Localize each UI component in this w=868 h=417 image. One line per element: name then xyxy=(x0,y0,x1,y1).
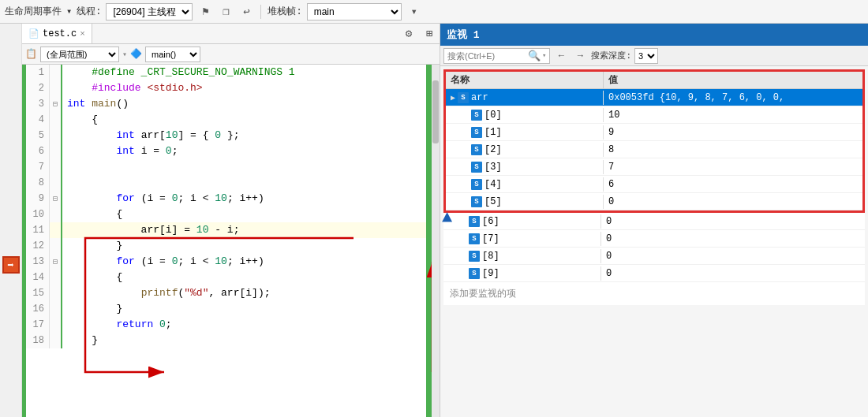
watch-row-3[interactable]: S ​[3] 7 xyxy=(446,158,862,176)
blue-arrow-up: ▲ xyxy=(442,208,452,228)
item-value-0: 10 xyxy=(604,108,862,122)
divider xyxy=(260,5,261,19)
watch-row-1[interactable]: S ​[1] 9 xyxy=(446,124,862,141)
item-value-5: 0 xyxy=(604,195,862,209)
stack-label: 堆栈帧: xyxy=(268,5,301,18)
dropdown-arrow[interactable]: ▾ xyxy=(66,6,72,17)
watch-row-4[interactable]: S ​[4] 6 xyxy=(446,176,862,193)
watch-row-8[interactable]: S ​[8] 0 xyxy=(443,248,865,265)
item-name-7: S ​[7] xyxy=(443,232,601,246)
line-number: 6 xyxy=(26,143,50,159)
item-name-5: S ​[5] xyxy=(446,195,604,209)
depth-select[interactable]: 3 xyxy=(634,48,658,64)
code-content[interactable]: 1 #define _CRT_SECURE_NO_WARNINGS 1 2 #i… xyxy=(22,65,440,417)
line-number: 2 xyxy=(26,80,50,96)
var-icon: S xyxy=(458,92,469,103)
watch-row-6[interactable]: S ​[6] 0 xyxy=(443,213,865,230)
code-tabs: 📄 test.c × ⚙ ⊞ xyxy=(22,24,440,44)
item-label-0: ​[0] xyxy=(485,110,502,121)
tab-close[interactable]: × xyxy=(80,29,85,39)
col-name: 名称 xyxy=(446,72,604,88)
var-icon: S xyxy=(471,127,482,138)
scope-select[interactable]: (全局范围) xyxy=(40,47,119,62)
settings-icon[interactable]: ⚙ xyxy=(398,24,419,44)
watch-title: 监视 1 xyxy=(447,28,480,42)
line-number: 3 xyxy=(26,96,50,112)
line-code: printf("%d", arr[i]); xyxy=(62,285,426,301)
item-label-2: ​[2] xyxy=(485,144,502,155)
nav-forward-btn[interactable]: → xyxy=(572,48,588,64)
line-gutter xyxy=(50,159,62,175)
code-line: 12 } xyxy=(26,238,426,254)
watch-row-9[interactable]: S ​[9] 0 xyxy=(443,265,865,282)
line-gutter xyxy=(50,333,62,348)
line-number: 15 xyxy=(26,285,50,301)
line-gutter-expand[interactable]: ⊟ xyxy=(50,254,62,270)
search-icon[interactable]: 🔍 xyxy=(528,50,541,62)
expand-icon[interactable]: ⊞ xyxy=(419,24,440,44)
search-input[interactable] xyxy=(447,51,526,61)
scrollbar-thumb[interactable] xyxy=(432,80,439,143)
line-code: #define _CRT_SECURE_NO_WARNINGS 1 xyxy=(62,65,426,80)
line-number: 7 xyxy=(26,159,50,175)
code-line: 1 #define _CRT_SECURE_NO_WARNINGS 1 xyxy=(26,65,426,80)
line-code xyxy=(62,159,426,175)
watch-row-0[interactable]: S ​[0] 10 xyxy=(446,106,862,124)
var-icon: S xyxy=(471,179,482,190)
nav-back-btn[interactable]: ← xyxy=(553,48,569,64)
v-scrollbar[interactable] xyxy=(432,65,440,417)
thread-label: 线程: xyxy=(77,5,101,18)
code-line: 5 int arr[10] = { 0 }; xyxy=(26,128,426,143)
thread-select[interactable]: [26904] 主线程 xyxy=(106,3,193,20)
line-gutter xyxy=(50,80,62,96)
item-value-2: 8 xyxy=(604,143,862,157)
copy-icon[interactable]: ❐ xyxy=(218,4,234,20)
watch-toolbar: 🔍 ▾ ← → 搜索深度: 3 xyxy=(440,46,868,66)
code-right-bar xyxy=(426,65,432,417)
code-line: 6 int i = 0; xyxy=(26,143,426,159)
arrow-indicator: ➡ xyxy=(2,256,20,274)
expand-arrow[interactable]: ▶ xyxy=(451,93,455,102)
item-name-1: S ​[1] xyxy=(446,125,604,140)
item-label-6: ​[6] xyxy=(482,216,499,227)
watch-row-2[interactable]: S ​[2] 8 xyxy=(446,141,862,158)
search-dropdown[interactable]: ▾ xyxy=(542,51,546,60)
line-gutter xyxy=(50,128,62,143)
item-label-7: ​[7] xyxy=(482,233,499,244)
item-name-6: S ​[6] xyxy=(443,214,601,229)
item-value-6: 0 xyxy=(601,214,865,229)
line-gutter xyxy=(50,301,62,317)
func-select[interactable]: main() xyxy=(145,47,200,62)
undo-icon[interactable]: ↩ xyxy=(238,4,254,20)
line-code: } xyxy=(62,301,426,317)
watch-row-arr[interactable]: ▶ S arr 0x0053fd {10, 9, 8, 7, 6, 0, 0, xyxy=(446,89,862,106)
line-code: arr[i] = 10 - i; xyxy=(62,222,426,238)
code-line: 14 { xyxy=(26,270,426,285)
line-code: } xyxy=(62,238,426,254)
line-code: int i = 0; xyxy=(62,143,426,159)
var-icon: S xyxy=(469,251,480,262)
item-value-4: 6 xyxy=(604,177,862,192)
code-tab-test[interactable]: 📄 test.c × xyxy=(22,24,92,43)
code-line: 15 printf("%d", arr[i]); xyxy=(26,285,426,301)
flag-icon[interactable]: ⚑ xyxy=(197,4,213,20)
item-name-8: S ​[8] xyxy=(443,249,601,263)
watch-row-5[interactable]: S ​[5] 0 xyxy=(446,193,862,210)
code-line: 13 ⊟ for (i = 0; i < 10; i++) xyxy=(26,254,426,270)
var-icon: S xyxy=(469,233,480,244)
line-gutter xyxy=(50,207,62,222)
line-gutter xyxy=(50,238,62,254)
code-line: 16 } xyxy=(26,301,426,317)
watch-row-7[interactable]: S ​[7] 0 xyxy=(443,230,865,248)
line-number: 17 xyxy=(26,317,50,333)
col-value: 值 xyxy=(604,72,862,88)
line-number: 13 xyxy=(26,254,50,270)
stack-down-arrow[interactable]: ▾ xyxy=(406,4,422,20)
line-gutter-expand[interactable]: ⊟ xyxy=(50,191,62,207)
var-icon: S xyxy=(471,144,482,155)
item-label-5: ​[5] xyxy=(485,196,502,207)
item-name-0: S ​[0] xyxy=(446,108,604,122)
line-gutter-expand[interactable]: ⊟ xyxy=(50,96,62,112)
line-number: 10 xyxy=(26,207,50,222)
stack-select[interactable]: main xyxy=(307,3,402,20)
